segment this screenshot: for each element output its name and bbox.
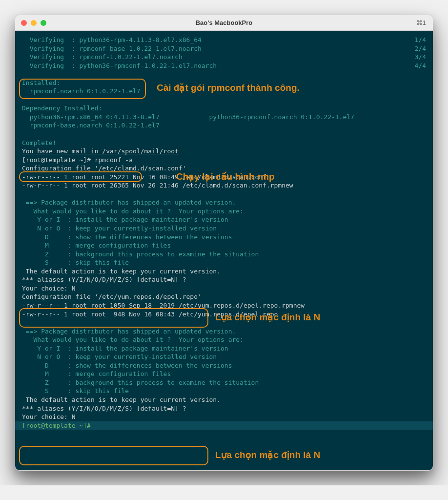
titlebar[interactable]: Bao's MacbookPro ⌘1 (15, 15, 433, 31)
prompt: [root@template ~]# (22, 156, 95, 164)
blank (15, 190, 433, 199)
verify-line: Verifying : python36-rpm-4.11.3-8.el7.x8… (15, 36, 433, 44)
opt-z: Z : background this process to examine t… (15, 250, 433, 259)
aliases-prompt: *** aliases (Y/I/N/O/D/M/Z/S) [default=N… (15, 404, 433, 413)
final-prompt[interactable]: [root@template ~]# (15, 421, 433, 430)
installed-header: Installed: (15, 79, 433, 87)
minimize-icon[interactable] (31, 20, 37, 26)
annotation-box-4 (19, 446, 208, 465)
command: rpmconf -a (95, 156, 133, 164)
dep-pkg-row: python36-rpm.x86_64 0:4.11.3-8.el7 pytho… (15, 113, 433, 122)
dep-pkg: python36-rpm.x86_64 0:4.11.3-8.el7 (22, 113, 160, 121)
opt-s: S : skip this file (15, 387, 433, 396)
aliases-prompt: *** aliases (Y/I/N/O/D/M/Z/S) [default=N… (15, 275, 433, 284)
opt-default: The default action is to keep your curre… (15, 396, 433, 404)
traffic-lights (21, 20, 46, 26)
installed-pkg: rpmconf.noarch 0:1.0.22-1.el7 (15, 87, 433, 96)
ls-line: -rw-r--r-- 1 root root 25221 Nov 16 08:4… (15, 173, 433, 182)
opt-d: D : show the differences between the ver… (15, 233, 433, 242)
ls-line: -rw-r--r-- 1 root root 1050 Sep 18 2019 … (15, 301, 433, 310)
opt-intro: ==> Package distributor has shipped an u… (15, 327, 433, 336)
opt-intro: What would you like to do about it ? You… (15, 335, 433, 344)
your-choice: Your choice: N (15, 284, 433, 293)
terminal-body[interactable]: Verifying : python36-rpm-4.11.3-8.el7.x8… (15, 31, 433, 470)
zoom-icon[interactable] (41, 20, 46, 26)
opt-s: S : skip this file (15, 258, 433, 267)
close-icon[interactable] (21, 20, 27, 26)
count: 2/4 (415, 44, 426, 53)
complete: Complete! (15, 139, 433, 147)
conf-file: Configuration file '/etc/yum.repos.d/epe… (15, 292, 433, 301)
ls-line: -rw-r--r-- 1 root root 26365 Nov 26 21:4… (15, 181, 433, 190)
blank (15, 70, 433, 79)
ls-line: -rw-r--r-- 1 root root 948 Nov 16 08:43 … (15, 310, 433, 319)
your-choice: Your choice: N (15, 413, 433, 421)
opt-m: M : merge configuration files (15, 241, 433, 250)
count: 1/4 (415, 36, 426, 44)
verify-text: Verifying : rpmconf-1.0.22-1.el7.noarch (30, 53, 183, 61)
terminal-window: Bao's MacbookPro ⌘1 Verifying : python36… (15, 15, 433, 471)
prompt-text: [root@template ~]# (22, 422, 95, 429)
verify-text: Verifying : rpmconf-base-1.0.22-1.el7.no… (30, 45, 202, 52)
opt-intro: ==> Package distributor has shipped an u… (15, 198, 433, 207)
annotation-label-4: Lựa chọn mặc định là N (215, 449, 320, 461)
opt-y: Y or I : install the package maintainer'… (15, 344, 433, 353)
window-title: Bao's MacbookPro (196, 19, 253, 26)
blank (15, 130, 433, 139)
opt-d: D : show the differences between the ver… (15, 361, 433, 370)
opt-n: N or O : keep your currently-installed v… (15, 353, 433, 361)
opt-m: M : merge configuration files (15, 370, 433, 378)
dep-pkg-row: rpmconf-base.noarch 0:1.0.22-1.el7 (15, 121, 433, 130)
verify-line: Verifying : rpmconf-base-1.0.22-1.el7.no… (15, 44, 433, 53)
blank (15, 96, 433, 104)
opt-y: Y or I : install the package maintainer'… (15, 215, 433, 224)
window-shortcut: ⌘1 (416, 19, 426, 26)
conf-file: Configuration file '/etc/clamd.d/scan.co… (15, 164, 433, 173)
opt-n: N or O : keep your currently-installed v… (15, 224, 433, 233)
blank (15, 318, 433, 327)
opt-default: The default action is to keep your curre… (15, 267, 433, 276)
command-line: [root@template ~]# rpmconf -a (15, 156, 433, 165)
mail-notice: You have new mail in /var/spool/mail/roo… (15, 147, 433, 156)
verify-text: Verifying : python36-rpm-4.11.3-8.el7.x8… (30, 36, 202, 43)
verify-line: Verifying : python36-rpmconf-1.0.22-1.el… (15, 62, 433, 70)
count: 3/4 (415, 53, 426, 62)
opt-z: Z : background this process to examine t… (15, 378, 433, 387)
dep-installed-header: Dependency Installed: (15, 104, 433, 113)
verify-line: Verifying : rpmconf-1.0.22-1.el7.noarch3… (15, 53, 433, 62)
opt-intro: What would you like to do about it ? You… (15, 207, 433, 216)
verify-text: Verifying : python36-rpmconf-1.0.22-1.el… (30, 62, 217, 69)
dep-pkg: python36-rpmconf.noarch 0:1.0.22-1.el7 (209, 113, 354, 121)
count: 4/4 (415, 62, 426, 70)
